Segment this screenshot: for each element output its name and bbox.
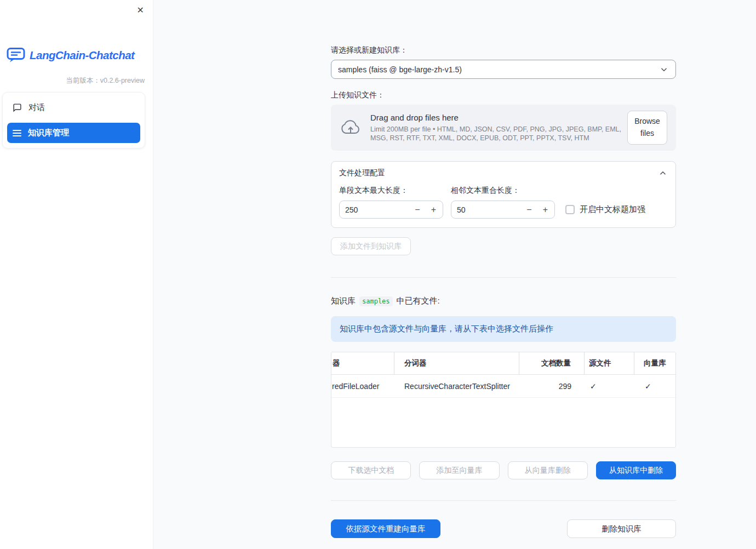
chunk-size-value: 250 xyxy=(345,205,358,214)
kb-select-label: 请选择或新建知识库： xyxy=(331,45,676,55)
file-config-expander-header[interactable]: 文件处理配置 xyxy=(331,162,675,185)
uploader-text: Drag and drop files here Limit 200MB per… xyxy=(370,113,627,143)
sidebar-item-label: 对话 xyxy=(28,102,45,113)
chunk-size-field: 单段文本最大长度： 250 − + xyxy=(339,186,443,219)
info-alert-text: 知识库中包含源文件与向量库，请从下表中选择文件后操作 xyxy=(340,324,553,334)
kb-files-suffix: 中已有文件: xyxy=(397,296,440,306)
overlap-size-input[interactable]: 50 − + xyxy=(451,201,555,219)
chunk-size-label: 单段文本最大长度： xyxy=(339,186,443,196)
uploader-limit-text: Limit 200MB per file • HTML, MD, JSON, C… xyxy=(370,125,627,143)
plus-icon[interactable]: + xyxy=(430,205,437,214)
table-header-splitter[interactable]: 分词器 xyxy=(394,352,519,374)
delete-from-kb-button[interactable]: 从知识库中删除 xyxy=(596,461,676,479)
chevron-up-icon[interactable] xyxy=(658,168,668,178)
chat-bubble-icon xyxy=(13,103,22,112)
version-text: 当前版本：v0.2.6-preview xyxy=(66,76,145,85)
overlap-size-field: 相邻文本重合长度： 50 − + xyxy=(451,186,555,219)
info-alert: 知识库中包含源文件与向量库，请从下表中选择文件后操作 xyxy=(331,316,676,342)
sidebar-menu: 对话 知识库管理 xyxy=(2,92,145,148)
delete-kb-button[interactable]: 删除知识库 xyxy=(567,519,676,538)
file-uploader-dropzone[interactable]: Drag and drop files here Limit 200MB per… xyxy=(331,105,676,151)
kb-files-prefix: 知识库 xyxy=(331,296,356,306)
kb-bottom-actions: 依据源文件重建向量库 删除知识库 xyxy=(331,519,676,538)
file-config-expander: 文件处理配置 单段文本最大长度： 250 − + 相邻文本重合长度： 50 xyxy=(331,161,676,228)
add-files-to-kb-button[interactable]: 添加文件到知识库 xyxy=(331,237,411,255)
uploader-title: Drag and drop files here xyxy=(370,113,627,122)
cell-loader: redFileLoader xyxy=(331,375,394,397)
table-header-row: 器 分词器 文档数量 源文件 向量库 xyxy=(331,352,675,375)
cloud-upload-icon xyxy=(340,119,362,136)
kb-select[interactable]: samples (faiss @ bge-large-zh-v1.5) xyxy=(331,60,676,79)
cell-source-file-check: ✓ xyxy=(585,375,634,397)
table-header-vector-store[interactable]: 向量库 xyxy=(634,352,676,374)
minus-icon[interactable]: − xyxy=(525,205,532,214)
rebuild-vector-store-button[interactable]: 依据源文件重建向量库 xyxy=(331,519,440,538)
sidebar-item-label: 知识库管理 xyxy=(28,128,69,138)
table-header-doc-count[interactable]: 文档数量 xyxy=(519,352,585,374)
chinese-title-enhance-group: 开启中文标题加强 xyxy=(565,204,645,215)
sidebar-item-dialogue[interactable]: 对话 xyxy=(7,98,140,118)
kb-files-heading: 知识库 samples 中已有文件: xyxy=(331,296,676,306)
sidebar-item-knowledge-base[interactable]: 知识库管理 xyxy=(7,123,140,143)
chinese-title-enhance-label: 开启中文标题加强 xyxy=(580,204,645,215)
download-selected-button[interactable]: 下载选中文档 xyxy=(331,461,411,479)
divider xyxy=(331,500,676,501)
list-icon xyxy=(13,129,21,137)
cell-doc-count: 299 xyxy=(519,375,585,397)
file-config-body: 单段文本最大长度： 250 − + 相邻文本重合长度： 50 − + 开启中文标… xyxy=(331,185,675,227)
sidebar: ✕ LangChain-Chatchat 当前版本：v0.2.6-preview… xyxy=(0,0,153,549)
divider xyxy=(331,277,676,278)
file-action-buttons: 下载选中文档 添加至向量库 从向量库删除 从知识库中删除 xyxy=(331,461,676,479)
delete-from-vector-store-button[interactable]: 从向量库删除 xyxy=(508,461,588,479)
kb-name-code: samples xyxy=(359,296,393,306)
overlap-size-value: 50 xyxy=(457,205,466,214)
brand-logo-icon xyxy=(7,47,25,63)
browse-files-button[interactable]: Browse files xyxy=(627,111,667,144)
brand: LangChain-Chatchat xyxy=(7,47,134,63)
table-row[interactable]: redFileLoader RecursiveCharacterTextSpli… xyxy=(331,375,675,398)
uploader-label: 上传知识文件： xyxy=(331,90,676,100)
kb-select-value: samples (faiss @ bge-large-zh-v1.5) xyxy=(338,65,462,74)
expander-title: 文件处理配置 xyxy=(339,168,385,178)
table-header-loader[interactable]: 器 xyxy=(331,352,394,374)
table-header-source-file[interactable]: 源文件 xyxy=(585,352,634,374)
plus-icon[interactable]: + xyxy=(542,205,549,214)
content-column: 请选择或新建知识库： samples (faiss @ bge-large-zh… xyxy=(331,0,676,538)
chunk-size-input[interactable]: 250 − + xyxy=(339,201,443,219)
cell-splitter: RecursiveCharacterTextSplitter xyxy=(394,375,519,397)
chinese-title-enhance-checkbox[interactable] xyxy=(565,205,575,214)
sidebar-close-icon[interactable]: ✕ xyxy=(135,4,146,17)
chevron-down-icon[interactable] xyxy=(659,65,669,75)
overlap-size-label: 相邻文本重合长度： xyxy=(451,186,555,196)
add-to-vector-store-button[interactable]: 添加至向量库 xyxy=(419,461,499,479)
kb-files-table[interactable]: 器 分词器 文档数量 源文件 向量库 redFileLoader Recursi… xyxy=(331,352,676,448)
brand-name: LangChain-Chatchat xyxy=(30,49,134,62)
cell-vector-store-check: ✓ xyxy=(634,375,676,397)
minus-icon[interactable]: − xyxy=(414,205,421,214)
